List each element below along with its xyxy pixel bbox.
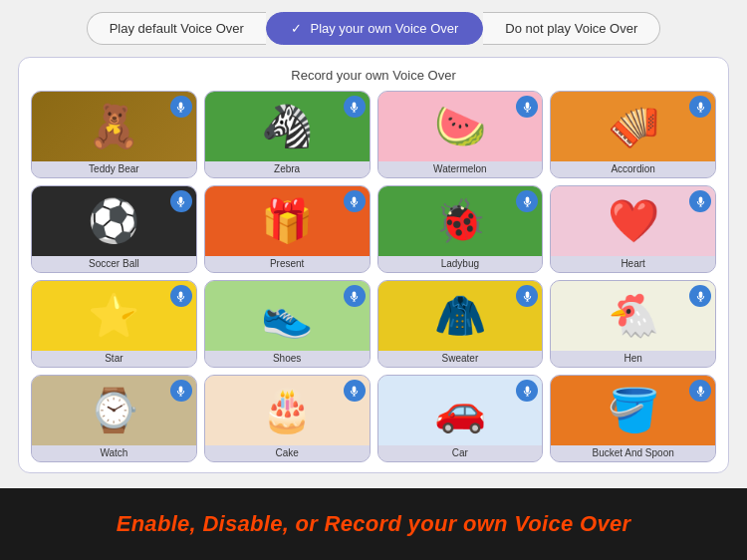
item-card-accordion: 🪗 Accordion (550, 91, 716, 178)
item-card-watermelon: 🍉 Watermelon (377, 91, 544, 178)
item-label-star: Star (32, 351, 196, 367)
tab-none-label: Do not play Voice Over (505, 21, 637, 36)
item-card-hen: 🐔 Hen (550, 280, 716, 368)
item-image-ladybug: 🐞 (378, 186, 543, 256)
item-card-cake: 🎂 Cake (204, 375, 371, 462)
item-image-hen: 🐔 (551, 281, 715, 351)
mic-button-shoes[interactable] (344, 285, 366, 307)
item-label-accordion: Accordion (551, 161, 715, 177)
item-label-watermelon: Watermelon (378, 161, 543, 177)
item-label-heart: Heart (551, 256, 715, 272)
item-image-soccer-ball: ⚽ (32, 186, 196, 256)
tab-default-label: Play default Voice Over (110, 21, 244, 36)
item-card-zebra: 🦓 Zebra (204, 91, 371, 178)
item-card-sweater: 🧥 Sweater (377, 280, 544, 368)
mic-button-cake[interactable] (344, 380, 366, 402)
item-image-car: 🚗 (378, 376, 543, 445)
item-label-soccer-ball: Soccer Ball (32, 256, 196, 272)
item-card-present: 🎁 Present (204, 185, 371, 273)
item-image-watermelon: 🍉 (378, 92, 543, 161)
item-card-bucket: 🪣 Bucket And Spoon (550, 375, 716, 462)
item-card-watch: ⌚ Watch (31, 375, 197, 462)
item-image-zebra: 🦓 (205, 92, 370, 161)
mic-button-teddy-bear[interactable] (170, 96, 192, 118)
tab-default[interactable]: Play default Voice Over (87, 12, 266, 45)
mic-button-hen[interactable] (689, 285, 711, 307)
item-image-watch: ⌚ (32, 376, 196, 445)
main-container: Play default Voice Over ✓ Play your own … (0, 0, 747, 488)
mic-button-bucket[interactable] (689, 380, 711, 402)
item-label-zebra: Zebra (205, 161, 370, 177)
item-image-cake: 🎂 (205, 376, 370, 445)
mic-button-watch[interactable] (170, 380, 192, 402)
item-card-teddy-bear: 🧸 Teddy Bear (31, 91, 197, 178)
item-image-star: ⭐ (32, 281, 196, 351)
panel-title: Record your own Voice Over (31, 68, 716, 83)
item-card-shoes: 👟 Shoes (204, 280, 371, 368)
item-label-watch: Watch (32, 445, 196, 461)
item-label-bucket: Bucket And Spoon (551, 445, 715, 461)
item-label-sweater: Sweater (378, 351, 543, 367)
mic-button-zebra[interactable] (344, 96, 366, 118)
item-card-heart: ❤️ Heart (550, 185, 716, 273)
item-image-sweater: 🧥 (378, 281, 543, 351)
mic-button-soccer-ball[interactable] (170, 190, 192, 212)
check-icon: ✓ (291, 21, 302, 36)
item-label-hen: Hen (551, 351, 715, 367)
item-image-shoes: 👟 (205, 281, 370, 351)
mic-button-star[interactable] (170, 285, 192, 307)
item-label-cake: Cake (205, 445, 370, 461)
item-label-car: Car (378, 445, 543, 461)
item-label-teddy-bear: Teddy Bear (32, 161, 196, 177)
items-grid: 🧸 Teddy Bear🦓 Zebra🍉 Watermelon🪗 Accordi… (31, 91, 716, 462)
mic-button-heart[interactable] (689, 190, 711, 212)
item-image-teddy-bear: 🧸 (32, 92, 196, 161)
item-image-heart: ❤️ (551, 186, 715, 256)
item-card-soccer-ball: ⚽ Soccer Ball (31, 185, 197, 273)
bottom-text: Enable, Disable, or Record your own Voic… (117, 511, 631, 537)
item-label-shoes: Shoes (205, 351, 370, 367)
item-label-present: Present (205, 256, 370, 272)
item-image-accordion: 🪗 (551, 92, 715, 161)
item-card-car: 🚗 Car (377, 375, 544, 462)
tab-own[interactable]: ✓ Play your own Voice Over (266, 12, 483, 45)
content-panel: Record your own Voice Over 🧸 Teddy Bear🦓… (18, 57, 729, 473)
item-card-star: ⭐ Star (31, 280, 197, 368)
bottom-bar: Enable, Disable, or Record your own Voic… (0, 488, 747, 560)
item-image-present: 🎁 (205, 186, 370, 256)
item-label-ladybug: Ladybug (378, 256, 543, 272)
item-image-bucket: 🪣 (551, 376, 715, 445)
item-card-ladybug: 🐞 Ladybug (377, 185, 544, 273)
tab-own-label: Play your own Voice Over (310, 21, 458, 36)
mic-button-present[interactable] (344, 190, 366, 212)
mic-button-accordion[interactable] (689, 96, 711, 118)
tab-none[interactable]: Do not play Voice Over (483, 12, 660, 45)
tab-bar: Play default Voice Over ✓ Play your own … (0, 0, 747, 57)
